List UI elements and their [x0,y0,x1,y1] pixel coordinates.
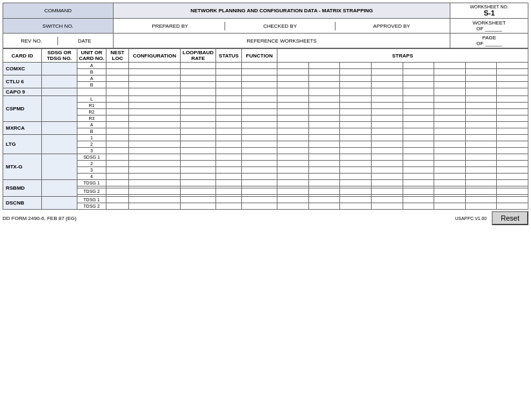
strap-cell [340,161,372,167]
strap-cell [308,180,340,186]
nest-cell [106,103,129,109]
strap-cell [497,141,528,148]
strap-cell [434,63,466,69]
table-row: R3 [3,115,528,122]
command-cell: COMMAND [3,3,114,19]
strap-cell [434,203,466,210]
function-cell [242,69,277,75]
reference-ws-label: REFERENCE WORKSHEETS [246,38,316,44]
nest-cell [106,203,129,210]
usappc-label: USAPPC V1.00 [455,216,486,221]
strap-cell [403,141,434,148]
strap-cell [308,69,340,75]
strap-cell [371,148,403,154]
unit-cell: B [77,69,106,75]
table-row: TDSG 2 [3,203,528,210]
status-cell [216,188,242,195]
command-label: COMMAND [45,8,72,14]
table-row: CTLU 6A [3,75,528,82]
prepared-by-label: PREPARED BY [115,22,225,30]
function-cell [242,174,277,180]
strap-cell [340,148,372,154]
unit-cell: TDSG 1 [77,197,106,203]
strap-cell [465,188,497,195]
strap-cell [403,69,434,75]
unit-cell: 1 [77,135,106,141]
config-cell [129,188,181,195]
nest-cell [106,167,129,174]
card-id-cell: RSBMD [3,180,42,197]
strap-cell [403,122,434,128]
strap-cell [403,115,434,122]
strap-cell [497,128,528,135]
config-cell [129,174,181,180]
config-cell [129,115,181,122]
card-id-cell: CTLU 6 [3,75,42,88]
card-id-cell: MTX-G [3,154,42,180]
sdsg-cell [42,180,77,197]
strap-cell [277,82,309,88]
config-cell [129,109,181,115]
strap-cell [403,188,434,195]
table-row: R1 [3,103,528,109]
config-cell [129,203,181,210]
loop-cell [181,197,216,203]
function-cell [242,167,277,174]
unit-cell: 3 [77,167,106,174]
strap-cell [277,69,309,75]
status-cell [216,82,242,88]
status-cell [216,167,242,174]
strap-cell [497,88,528,96]
strap-cell [371,69,403,75]
function-cell [242,180,277,186]
strap-cell [340,69,372,75]
nest-cell [106,135,129,141]
table-row: CAPO 9 [3,88,528,96]
config-cell [129,96,181,103]
col-status: STATUS [216,49,242,63]
config-cell [129,135,181,141]
strap-cell [308,197,340,203]
loop-cell [181,109,216,115]
strap-cell [277,96,309,103]
strap-cell [434,167,466,174]
config-cell [129,128,181,135]
strap-cell [277,188,309,195]
worksheet-of-cell: WORKSHEET OF ______ [450,19,528,34]
strap-cell [371,154,403,161]
unit-cell: A [77,122,106,128]
status-cell [216,203,242,210]
function-cell [242,203,277,210]
reset-button[interactable]: Reset [492,211,528,225]
config-cell [129,148,181,154]
strap-cell [277,128,309,135]
config-cell [129,82,181,88]
function-cell [242,96,277,103]
strap-cell [371,128,403,135]
strap-cell [308,63,340,69]
strap-cell [465,88,497,96]
function-cell [242,128,277,135]
strap-cell [403,96,434,103]
strap-cell [497,154,528,161]
strap-cell [403,128,434,135]
table-row: B [3,128,528,135]
sdsg-cell [42,122,77,135]
strap-cell [308,122,340,128]
strap-cell [371,75,403,82]
status-cell [216,75,242,82]
strap-cell [277,135,309,141]
strap-cell [497,122,528,128]
nest-cell [106,174,129,180]
status-cell [216,115,242,122]
loop-cell [181,88,216,96]
nest-cell [106,180,129,186]
strap-cell [497,174,528,180]
sdsg-cell [42,197,77,210]
approved-by-label: APPROVED BY [335,22,448,30]
strap-cell [340,63,372,69]
strap-cell [497,148,528,154]
strap-cell [277,122,309,128]
strap-cell [465,69,497,75]
sdsg-cell [42,88,77,96]
